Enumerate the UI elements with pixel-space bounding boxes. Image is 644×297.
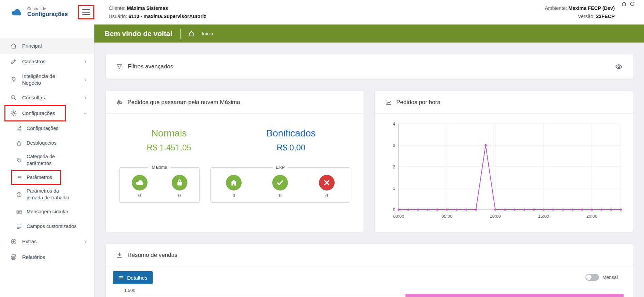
client-label: Cliente: xyxy=(109,5,125,11)
sidebar-item-label: Relatórios xyxy=(22,254,45,261)
logo-text: Central de Configurações xyxy=(27,7,68,18)
sidebar-item-relatorios[interactable]: Relatórios xyxy=(0,249,94,265)
bonus-label: Bonificados xyxy=(225,128,357,139)
line-chart-icon xyxy=(385,99,392,106)
breadcrumb-home-icon[interactable] xyxy=(188,30,195,37)
environment-info: Ambiente: Maxima FECP (Dev) Versão: 23FE… xyxy=(545,5,615,19)
erp-success-stat[interactable]: 0 xyxy=(272,175,288,198)
sidebar-item-configuracoes[interactable]: Configurações xyxy=(0,105,94,121)
sidebar-item-consultas[interactable]: Consultas xyxy=(0,90,94,105)
sidebar-item-cadastros[interactable]: Cadastros xyxy=(0,54,94,69)
sidebar-item-label: Principal xyxy=(22,43,42,49)
eye-icon[interactable] xyxy=(615,63,623,70)
sidebar-item-label: Parâmetros da jornada de trabalho xyxy=(27,188,74,201)
bulb-icon xyxy=(10,76,17,83)
sidebar-item-extras[interactable]: Extras xyxy=(0,234,94,249)
download-icon xyxy=(116,252,123,259)
monthly-toggle-label: Mensal xyxy=(602,275,618,280)
sidebar-item-label: Parâmetros xyxy=(27,174,52,181)
cloud-orders-body: Normais R$ 1.451,05 Bonificados R$ 0,00 … xyxy=(106,114,364,232)
orders-per-hour-card: Pedidos por hora 0123400:0005:0010:0015:… xyxy=(375,91,633,232)
advanced-filters-card[interactable]: Filtros avançados xyxy=(106,54,633,79)
hamburger-icon xyxy=(82,9,90,10)
details-button-label: Detalhes xyxy=(127,275,147,281)
report-icon xyxy=(10,254,17,261)
sidebar-subitem-categoria-de-parametros[interactable]: Categoria de parâmetros xyxy=(0,150,94,170)
welcome-text: Bem vindo de volta! xyxy=(105,30,173,38)
sidebar-item-label: Configurações xyxy=(27,125,59,132)
version-value: 23FECP xyxy=(596,14,615,19)
cloud-orders-title-row: Pedidos que passaram pela nuvem Máxima xyxy=(106,91,364,114)
orders-per-hour-chart: 0123400:0005:0010:0015:0020:00 xyxy=(375,114,633,226)
maxima-group-label: Máxima xyxy=(149,165,170,170)
sidebar-item-inteligencia-de-negocio[interactable]: Inteligência de Negócio xyxy=(0,69,94,90)
erp-error-stat[interactable]: 0 xyxy=(319,175,335,198)
breadcrumb: - Início xyxy=(199,31,213,36)
sales-chart-bar xyxy=(405,294,624,297)
list-icon xyxy=(16,175,22,181)
svg-text:3: 3 xyxy=(393,143,395,148)
svg-text:10:00: 10:00 xyxy=(490,214,501,219)
sidebar-item-label: Cadastros xyxy=(22,58,45,65)
sidebar-toggle-button[interactable] xyxy=(78,5,94,19)
version-label: Versão: xyxy=(578,14,595,19)
fields-icon xyxy=(16,224,22,230)
sidebar-subitem-mensagem-circular[interactable]: Mensagem circular xyxy=(0,204,94,219)
toggle-knob xyxy=(586,275,592,280)
stat-count: 0 xyxy=(279,193,282,198)
sidebar-subitem-parametros[interactable]: Parâmetros xyxy=(0,170,94,185)
cloud-orders-title: Pedidos que passaram pela nuvem Máxima xyxy=(127,99,240,106)
stat-count: 0 xyxy=(325,193,328,198)
stat-count: 0 xyxy=(178,193,181,198)
normals-summary: Normais R$ 1.451,05 xyxy=(113,128,225,152)
home-shortcut-icon[interactable] xyxy=(621,1,627,7)
tag-icon xyxy=(16,157,22,163)
sidebar-item-principal[interactable]: Principal xyxy=(0,38,94,54)
gear-icon xyxy=(10,110,17,117)
sales-chart-ytick: 1.500 xyxy=(116,288,135,293)
svg-text:4: 4 xyxy=(393,121,395,127)
sales-summary-card: Resumo de vendas Detalhes Mensal 1.500 xyxy=(106,244,633,297)
erp-received-stat[interactable]: 0 xyxy=(226,175,242,198)
user-label: Usuário: xyxy=(109,14,127,19)
funnel-icon xyxy=(116,63,123,70)
logo-text-bottom: Configurações xyxy=(27,11,68,18)
stat-count: 0 xyxy=(232,193,235,198)
message-icon xyxy=(16,209,22,215)
cloud-orders-stat[interactable]: 0 xyxy=(132,175,148,198)
home-icon xyxy=(10,43,17,49)
refresh-icon[interactable] xyxy=(629,1,635,7)
chevron-right-icon xyxy=(83,59,88,64)
sidebar-subitem-parametros-da-jornada[interactable]: Parâmetros da jornada de trabalho xyxy=(0,185,94,204)
environment-value: Maxima FECP (Dev) xyxy=(568,5,615,11)
session-info: Cliente: Máxima Sistemas Usuário: 6110 -… xyxy=(109,5,206,19)
sidebar-subitem-campos-customizados[interactable]: Campos customizados xyxy=(0,219,94,234)
svg-text:2: 2 xyxy=(393,164,395,169)
user-value: 6110 - maxima.SupervisorAutoriz xyxy=(128,14,206,19)
search-icon xyxy=(10,94,17,101)
stat-boxes: Máxima 0 0 ERP xyxy=(119,167,350,203)
chevron-right-icon xyxy=(83,95,88,100)
app-logo[interactable]: Central de Configurações xyxy=(0,6,73,18)
sidebar-subitem-desbloqueios[interactable]: Desbloqueios xyxy=(0,136,94,150)
details-button[interactable]: Detalhes xyxy=(113,271,153,284)
sidebar-item-label: Inteligência de Negócio xyxy=(22,73,69,87)
sidebar-subitem-configuracoes[interactable]: Configurações xyxy=(0,121,94,136)
sales-summary-title-row: Resumo de vendas xyxy=(106,244,633,266)
bonus-summary: Bonificados R$ 0,00 xyxy=(225,128,357,152)
svg-text:0: 0 xyxy=(393,207,395,212)
svg-text:20:00: 20:00 xyxy=(586,214,598,219)
monthly-toggle[interactable] xyxy=(585,274,599,281)
erp-stat-group: ERP 0 0 0 xyxy=(210,167,350,203)
svg-text:05:00: 05:00 xyxy=(441,214,453,219)
orders-per-hour-title: Pedidos por hora xyxy=(396,99,440,106)
advanced-filters-title: Filtros avançados xyxy=(128,63,173,70)
lock-icon xyxy=(16,140,22,146)
window-shortcuts xyxy=(621,1,635,7)
locked-orders-stat[interactable]: 0 xyxy=(172,175,187,198)
maxima-stat-group: Máxima 0 0 xyxy=(119,167,200,203)
environment-label: Ambiente: xyxy=(545,5,567,11)
client-line: Cliente: Máxima Sistemas xyxy=(109,5,206,11)
monthly-toggle-group: Mensal xyxy=(585,274,618,281)
orders-per-hour-title-row: Pedidos por hora xyxy=(375,91,633,114)
